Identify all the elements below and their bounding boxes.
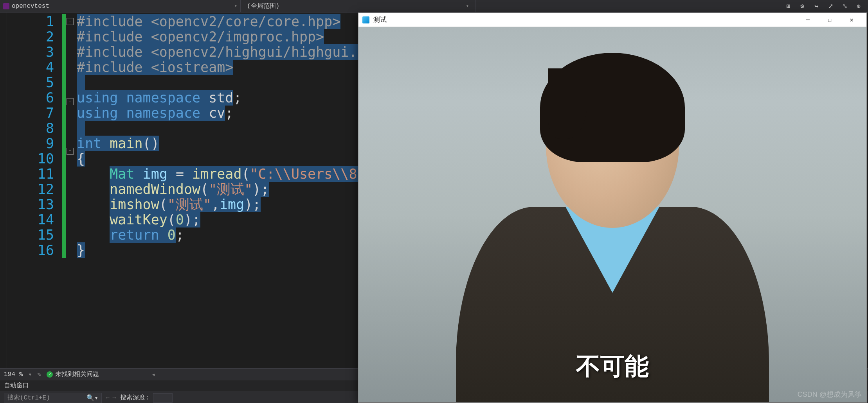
search-depth-label: 搜索深度: (120, 394, 149, 402)
add-icon[interactable]: ⊞ (783, 2, 793, 11)
change-mark (62, 227, 66, 243)
change-mark (62, 151, 66, 167)
line-number: 2 (7, 29, 54, 45)
line-number: 12 (7, 182, 54, 197)
line-number: 5 (7, 75, 54, 90)
line-number: 1 (7, 14, 54, 29)
collapse-icon[interactable]: ◂ (151, 371, 155, 378)
change-indicator-bar (62, 13, 66, 368)
change-mark (62, 182, 66, 197)
search-input[interactable]: 搜索(Ctrl+E) 🔍▾ (4, 393, 102, 403)
zoom-icon[interactable]: ⊕ (854, 2, 863, 11)
issues-text: 未找到相关问题 (55, 370, 99, 378)
search-prev-icon[interactable]: ← (106, 394, 110, 401)
fold-toggle[interactable]: - (67, 148, 74, 155)
change-mark (62, 167, 66, 182)
change-mark (62, 75, 66, 90)
login-icon[interactable]: ↪ (812, 2, 821, 11)
line-number: 11 (7, 167, 54, 182)
video-subtitle: 不可能 (576, 350, 649, 383)
line-number: 7 (7, 106, 54, 121)
line-number: 9 (7, 136, 54, 151)
fold-toggle[interactable]: - (67, 18, 74, 25)
change-mark (62, 136, 66, 151)
check-icon: ✓ (47, 371, 53, 378)
line-number: 8 (7, 121, 54, 136)
close-button[interactable]: ✕ (841, 13, 863, 27)
csdn-watermark: CSDN @想成为风筝 (798, 390, 862, 399)
search-icon[interactable]: 🔍▾ (86, 394, 98, 402)
line-number: 6 (7, 90, 54, 106)
project-selector[interactable]: opencvtest ▾ (0, 0, 241, 12)
change-mark (62, 14, 66, 29)
line-number: 13 (7, 197, 54, 212)
brush-icon[interactable]: ✎ (38, 371, 41, 378)
window-title: 测试 (373, 15, 387, 24)
line-number: 3 (7, 45, 54, 60)
toolbar-right-icons: ⊞ ⚙ ↪ ⤢ ⤡ ⊕ (783, 2, 868, 11)
fold-toggle[interactable]: - (67, 98, 74, 105)
zoom-in-icon[interactable]: ⤡ (840, 2, 849, 11)
gear-icon[interactable]: ⚙ (798, 2, 807, 11)
search-nav: ← → (106, 394, 116, 401)
top-toolbar: opencvtest ▾ (全局范围) ▾ ⊞ ⚙ ↪ ⤢ ⤡ ⊕ (0, 0, 868, 13)
person-image (409, 46, 816, 402)
fold-column: - - - (66, 13, 77, 368)
project-name: opencvtest (12, 3, 49, 10)
breakpoint-margin[interactable] (0, 13, 7, 368)
window-titlebar[interactable]: 测试 — ☐ ✕ (358, 13, 866, 27)
change-mark (62, 29, 66, 45)
line-number: 16 (7, 243, 54, 258)
line-number-gutter: 1 2 3 4 5 6 7 8 9 10 11 12 13 14 15 16 (7, 13, 62, 368)
chevron-down-icon: ▾ (234, 3, 237, 9)
line-number: 14 (7, 212, 54, 227)
change-mark (62, 197, 66, 212)
change-mark (62, 90, 66, 106)
line-number: 15 (7, 227, 54, 243)
zoom-level[interactable]: 194 % (4, 371, 23, 378)
minimize-button[interactable]: — (797, 13, 819, 27)
zoom-dropdown-icon[interactable]: ▾ (28, 371, 32, 378)
opencv-output-window: 测试 — ☐ ✕ 不可能 CSDN @想成为风筝 (358, 13, 867, 403)
change-mark (62, 60, 66, 75)
project-icon (3, 3, 9, 9)
scope-text: (全局范围) (247, 2, 279, 10)
maximize-button[interactable]: ☐ (819, 13, 841, 27)
image-display: 不可能 CSDN @想成为风筝 (358, 27, 866, 402)
search-next-icon[interactable]: → (113, 394, 117, 401)
scope-selector[interactable]: (全局范围) ▾ (241, 0, 475, 12)
auto-window-label: 自动窗口 (4, 382, 29, 390)
search-placeholder: 搜索(Ctrl+E) (7, 394, 50, 402)
line-number: 4 (7, 60, 54, 75)
change-mark (62, 45, 66, 60)
chevron-down-icon: ▾ (466, 3, 469, 9)
issues-status[interactable]: ✓ 未找到相关问题 (47, 370, 99, 378)
change-mark (62, 243, 66, 258)
search-depth-select[interactable] (153, 393, 173, 403)
window-app-icon (362, 16, 369, 23)
change-mark (62, 121, 66, 136)
zoom-out-icon[interactable]: ⤢ (826, 2, 835, 11)
change-mark (62, 212, 66, 227)
line-number: 10 (7, 151, 54, 167)
change-mark (62, 106, 66, 121)
window-controls: — ☐ ✕ (797, 13, 863, 27)
